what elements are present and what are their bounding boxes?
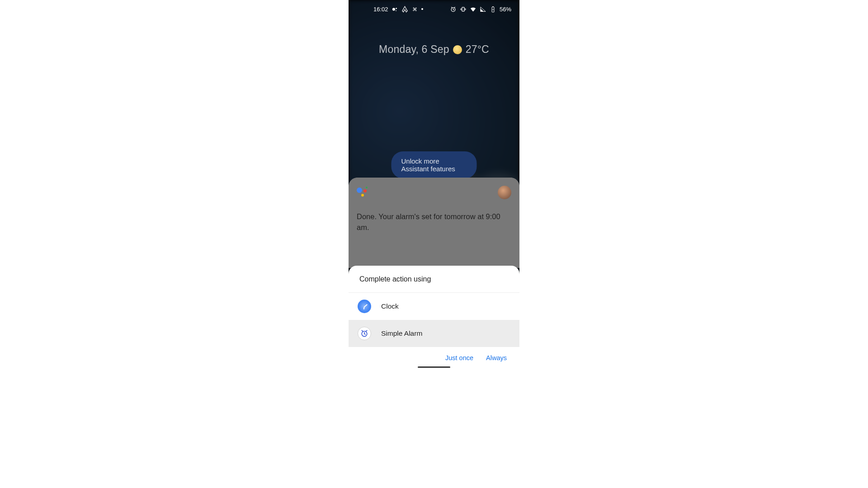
- date-weather-widget[interactable]: Monday, 6 Sep 27°C: [349, 43, 519, 56]
- alarm-icon: [450, 6, 457, 13]
- status-time: 16:02: [373, 6, 388, 13]
- clock-app-icon: [358, 300, 371, 313]
- status-bar: 16:02: [349, 0, 519, 18]
- assistant-unlock-button[interactable]: Unlock more Assistant features: [392, 151, 477, 178]
- svg-point-2: [396, 10, 396, 11]
- sheet-actions: Just once Always: [349, 347, 519, 366]
- svg-rect-4: [462, 7, 464, 11]
- assistant-unlock-label: Unlock more Assistant features: [401, 157, 455, 173]
- simple-alarm-app-icon: [358, 327, 371, 340]
- option-clock[interactable]: Clock: [349, 293, 519, 320]
- option-clock-label: Clock: [381, 302, 399, 310]
- status-bar-left: 16:02: [373, 6, 423, 13]
- battery-icon: [490, 6, 496, 13]
- notification-dot-icon: [421, 8, 423, 10]
- signal-icon: [480, 6, 486, 13]
- weather-sunny-icon: [453, 45, 462, 54]
- phone-frame: 16:02: [349, 0, 519, 370]
- status-battery-percent: 56%: [500, 6, 511, 13]
- svg-rect-6: [492, 6, 494, 7]
- svg-point-0: [392, 8, 395, 10]
- assistant-response-text: Done. Your alarm's set for tomorrow at 9…: [357, 211, 511, 233]
- drive-icon: [401, 6, 408, 13]
- always-button[interactable]: Always: [486, 354, 507, 361]
- temperature-label: 27°C: [466, 43, 489, 56]
- wifi-icon: [470, 6, 476, 13]
- gesture-nav-handle[interactable]: [418, 366, 450, 368]
- fan-icon: [411, 6, 418, 13]
- date-label: Monday, 6 Sep: [379, 43, 449, 56]
- sheet-title: Complete action using: [349, 266, 519, 293]
- user-avatar[interactable]: [498, 186, 511, 199]
- complete-action-sheet: Complete action using Clock Simple Alarm…: [349, 266, 519, 370]
- status-bar-right: 56%: [450, 6, 511, 13]
- assistant-logo-icon: [357, 187, 368, 198]
- assistant-response-card: Done. Your alarm's set for tomorrow at 9…: [349, 178, 519, 268]
- svg-point-1: [396, 8, 397, 9]
- vibrate-icon: [460, 6, 467, 13]
- just-once-button[interactable]: Just once: [445, 354, 473, 361]
- option-simple-alarm-label: Simple Alarm: [381, 329, 422, 338]
- option-simple-alarm[interactable]: Simple Alarm: [349, 320, 519, 347]
- assistant-dots-icon: [392, 6, 398, 13]
